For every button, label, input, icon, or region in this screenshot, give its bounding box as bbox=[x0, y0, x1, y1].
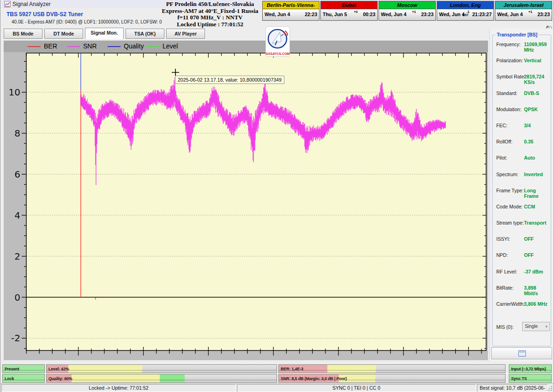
tp-label: Modulation: bbox=[496, 107, 521, 112]
tp-label: Code Mode: bbox=[496, 204, 523, 209]
present-indicator: Present bbox=[2, 364, 45, 373]
chart-legend: BER SNR Quality Level bbox=[4, 41, 488, 52]
tp-row-modulation: Modulation:QPSK bbox=[493, 106, 551, 122]
tp-row-stream-type: Stream type:Transport bbox=[493, 219, 551, 235]
tp-row-symbol-rate: Symbol Rate:2819,724 KS/s bbox=[493, 73, 551, 89]
svg-text:4: 4 bbox=[14, 210, 20, 221]
clock-time: 23:23 bbox=[421, 12, 434, 17]
clock-moscow: Moscow Wed, Jun 4+123:23 bbox=[379, 1, 436, 21]
svg-text:0: 0 bbox=[14, 292, 20, 303]
clock-time: 21:23:27 bbox=[472, 12, 492, 17]
tp-row-carrier-width: CarrierWidth:3,806 MHz bbox=[493, 300, 551, 316]
clock-time: 23:23 bbox=[537, 12, 550, 17]
lock-indicator: Lock bbox=[2, 374, 45, 383]
clock-utc-offset: +1 bbox=[412, 10, 416, 14]
stream-list-button[interactable] bbox=[491, 347, 552, 359]
input-label: Input (~3,72 Mbps) bbox=[511, 367, 546, 371]
legend-label: BER bbox=[44, 42, 57, 50]
tab-signal-mon[interactable]: Signal Mon. bbox=[85, 28, 124, 39]
tp-label: Polarization: bbox=[496, 58, 523, 63]
quality-meter: Quality: 60% bbox=[46, 374, 277, 383]
tp-label: FEC: bbox=[496, 123, 507, 128]
site-header-line1: PF Prodelin 450/Lučenec-Slovakia bbox=[152, 1, 268, 8]
clock-date: Wed, Jun 4 bbox=[381, 12, 406, 17]
tp-label: Frame Type: bbox=[496, 188, 524, 193]
tp-label: Symbol Rate: bbox=[496, 74, 525, 79]
mis-dropdown[interactable]: Single▾ bbox=[522, 322, 550, 331]
svg-text:2: 2 bbox=[14, 251, 20, 262]
mis-value: Single bbox=[525, 324, 538, 329]
transponder-panel: Transponder [BS] Frequency:11069,959 MHz… bbox=[489, 29, 553, 362]
tp-value: 2819,724 KS/s bbox=[524, 74, 551, 85]
chevron-down-icon: ▾ bbox=[545, 322, 548, 331]
tab-bs-mode[interactable]: BS Mode bbox=[4, 29, 42, 39]
clock-date: Wed, Jun 4 bbox=[439, 12, 464, 17]
snr-chart[interactable]: -20246810 bbox=[4, 52, 488, 360]
tp-label: Standard: bbox=[496, 90, 518, 96]
tp-row-spectrum: Spectrum:Inverted bbox=[493, 171, 551, 187]
tp-label: ISSYI: bbox=[496, 236, 510, 242]
sync-ts-indicator: Sync TS bbox=[509, 374, 552, 383]
tp-value: Inverted bbox=[524, 172, 543, 177]
tp-value: DVB-S bbox=[524, 90, 539, 96]
tp-value: -37 dBm bbox=[524, 269, 543, 274]
ber-label: BER: 1,4E-3 bbox=[281, 367, 303, 371]
site-header-line2: Express-AM7 at 40°E_Fixed-1 Russia bbox=[152, 8, 268, 15]
site-header-line3: f=11 070 MHz_V : NNTV bbox=[152, 14, 268, 21]
resize-grip[interactable] bbox=[548, 386, 552, 391]
tab-dt-mode[interactable]: DT Mode bbox=[44, 29, 83, 39]
tp-value: Auto bbox=[524, 155, 535, 160]
clock-utc-offset: +1 bbox=[528, 10, 532, 14]
legend-label: Level bbox=[163, 42, 178, 50]
svg-text:8: 8 bbox=[14, 128, 20, 139]
level-meter: Level: 42% bbox=[46, 364, 277, 373]
status-bar: Locked -> Uptime: 77:01:52 SYNC 0 | TEI … bbox=[0, 383, 554, 392]
clock-city: Jerusalem-Israel bbox=[495, 1, 552, 9]
ber-meter: BER: 1,4E-3 bbox=[278, 364, 506, 373]
snr-line-swatch bbox=[67, 46, 80, 47]
svg-text:6: 6 bbox=[14, 169, 20, 180]
clock-dst-flag: DST bbox=[463, 13, 469, 17]
svg-text:-2: -2 bbox=[11, 333, 20, 344]
tp-row-pilot: Pilot:Auto bbox=[493, 154, 551, 170]
tp-row-code-mode: Code Mode:CCM bbox=[493, 203, 551, 219]
legend-label: Quality bbox=[124, 42, 144, 50]
tp-label: BitRate: bbox=[496, 285, 513, 291]
tp-value: Vertical bbox=[524, 58, 541, 63]
clock-time: 22:23 bbox=[305, 12, 317, 17]
tp-row-bitrate: BitRate:3,898 Mbit/s bbox=[493, 284, 551, 300]
tp-label: RF Level: bbox=[496, 269, 517, 274]
chart-tooltip: 2025-06-02 13.17.18, value: 10,800000190… bbox=[175, 76, 284, 84]
level-label: Level: 42% bbox=[48, 367, 69, 371]
snr-chart-canvas[interactable]: -20246810 bbox=[4, 52, 488, 360]
tp-label: Stream type: bbox=[496, 220, 524, 226]
tp-label: Spectrum: bbox=[496, 172, 518, 177]
ber-line-swatch bbox=[28, 46, 41, 47]
transponder-rows: Frequency:11069,959 MHz Polarization:Ver… bbox=[493, 41, 551, 316]
tp-row-npd: NPD:OFF bbox=[493, 251, 551, 267]
tp-value: CCM bbox=[524, 204, 535, 209]
clock-city: London, Eng bbox=[437, 1, 494, 9]
tp-value: 3,806 MHz bbox=[524, 301, 548, 307]
tab-av-player[interactable]: AV Player bbox=[166, 29, 205, 39]
snr-meter: SNR: 8,5 dB (Margin: 3,0 dB | Poor) bbox=[278, 374, 506, 383]
mis-label: MIS (0): bbox=[496, 324, 513, 330]
tp-value: 3/4 bbox=[524, 123, 531, 128]
clock-city: Moscow bbox=[379, 1, 435, 9]
quality-label: Quality: 60% bbox=[48, 376, 72, 381]
app-icon bbox=[4, 1, 11, 7]
clock-date: Thu, Jun 5 bbox=[323, 12, 347, 17]
window-title: Signal Analyzer bbox=[12, 1, 51, 7]
sync-ts-label: Sync TS bbox=[511, 376, 527, 381]
clock-london: London, Eng Wed, Jun 4-1DST21:23:27 bbox=[437, 1, 494, 21]
svg-text:10: 10 bbox=[9, 87, 20, 98]
tuner-details: 40.0E - Express AM7 (ID: 0400) @ LOF1: 1… bbox=[12, 19, 162, 24]
tp-label: NPD: bbox=[496, 252, 508, 258]
legend-label: SNR bbox=[83, 42, 97, 50]
tab-tsa[interactable]: TSA (OK) bbox=[126, 29, 164, 39]
clock-city: Dubai bbox=[321, 1, 377, 9]
clock-date: Wed, Jun 4 bbox=[265, 12, 290, 17]
dxsatcs-logo: DXSATCS.COM bbox=[265, 26, 290, 57]
clock-utc-offset: +2 bbox=[354, 10, 358, 14]
status-uptime: Locked -> Uptime: 77:01:52 bbox=[1, 384, 236, 392]
